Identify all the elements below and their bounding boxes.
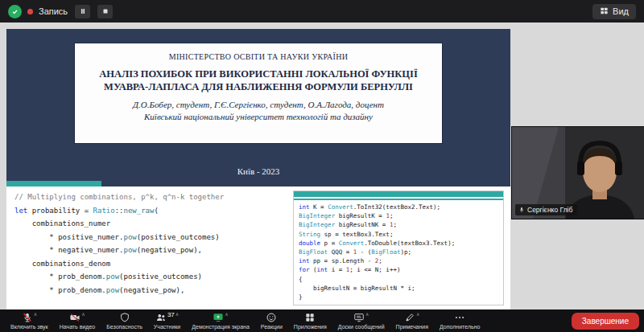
toolbar-button-label: Участники — [154, 324, 180, 330]
toolbar-button-participants[interactable]: 37∧Участники — [148, 309, 186, 332]
code-left-panel: // Multiplying combinations, p^k, q^n-k … — [14, 191, 224, 297]
toolbar-button-label: Включить звук — [10, 324, 48, 330]
toolbar-button-share-screen[interactable]: ∧Демонстрация экрана — [186, 309, 255, 332]
mic-icon — [518, 207, 525, 213]
toolbar-button-unmute[interactable]: ∧Включить звук — [5, 309, 54, 332]
recording-label: Запись — [39, 6, 68, 16]
chevron-up-icon[interactable]: ∧ — [81, 312, 85, 318]
end-meeting-button[interactable]: Завершение — [572, 313, 639, 330]
zoom-meeting-window: Запись Вид МІНІСТЕРСТВО ОСВІТИ ТА НАУКИ … — [0, 0, 644, 332]
view-label: Вид — [613, 6, 629, 16]
toolbar-button-label: Примечания — [396, 324, 428, 330]
toolbar-button-label: Реакции — [261, 324, 283, 330]
toolbar-button-start-video[interactable]: ∧Начать видео — [54, 309, 101, 332]
toolbar-button-whiteboards[interactable]: ∧Доски сообщений — [332, 309, 390, 332]
toolbar-button-label: Приложения — [294, 324, 327, 330]
participant-name-tag: Сергієнко Гліб — [515, 204, 577, 215]
security-shield-icon[interactable] — [8, 5, 22, 18]
chevron-up-icon[interactable]: ∧ — [34, 312, 37, 318]
camera-muted-icon — [69, 312, 80, 323]
reactions-icon — [266, 312, 277, 323]
participants-count-badge: 37 — [167, 312, 175, 318]
chevron-up-icon[interactable]: ∧ — [175, 312, 179, 318]
toolbar-button-security[interactable]: Безопасность — [101, 309, 148, 332]
view-button[interactable]: Вид — [592, 4, 636, 19]
participant-video-tile[interactable]: Сергієнко Гліб — [512, 127, 644, 219]
slide-accent-bar — [6, 181, 101, 186]
toolbar-button-reactions[interactable]: Реакции — [255, 309, 288, 332]
chevron-up-icon[interactable]: ∧ — [365, 312, 369, 318]
more-icon — [454, 312, 465, 323]
toolbar-button-more[interactable]: Дополнительно — [434, 309, 485, 332]
toolbar-button-apps[interactable]: Приложения — [288, 309, 332, 332]
toolbar-button-label: Начать видео — [60, 324, 95, 330]
code-panel-accent-band — [294, 191, 503, 197]
slide-authors: Д.О.Бобер, студент, Г.Є.Сергієнко, студе… — [133, 100, 384, 109]
slide-university: Київський національний університет техно… — [144, 112, 373, 121]
participant-name: Сергієнко Гліб — [527, 206, 572, 214]
slide-ministry-line: МІНІСТЕРСТВО ОСВІТИ ТА НАУКИ УКРАЇНИ — [169, 52, 349, 61]
presentation-slide: МІНІСТЕРСТВО ОСВІТИ ТА НАУКИ УКРАЇНИ АНА… — [6, 29, 510, 186]
code-section: // Multiplying combinations, p^k, q^n-k … — [6, 186, 510, 309]
toolbar-button-label: Дополнительно — [440, 324, 480, 330]
share-screen-icon — [213, 312, 224, 323]
toolbar-button-notes[interactable]: ∧Примечания — [390, 309, 434, 332]
shared-screen-view: МІНІСТЕРСТВО ОСВІТИ ТА НАУКИ УКРАЇНИ АНА… — [0, 23, 644, 309]
view-grid-icon — [600, 6, 609, 17]
chevron-up-icon[interactable]: ∧ — [416, 312, 419, 318]
code-right-panel: int K = Convert.ToInt32(textBox2.Text);B… — [293, 191, 504, 305]
shield-icon — [119, 312, 130, 323]
recording-dot-icon — [27, 9, 33, 14]
mic-muted-icon — [22, 312, 33, 323]
toolbar-button-label: Доски сообщений — [338, 324, 385, 330]
bottom-toolbar: ∧Включить звук∧Начать видеоБезопасность3… — [0, 309, 644, 332]
slide-footer: Київ - 2023 — [6, 166, 510, 176]
top-bar: Запись Вид — [0, 0, 644, 23]
toolbar-button-label: Демонстрация экрана — [192, 324, 250, 330]
slide-title: АНАЛІЗ ПОХИБОК ПРИ ВИКОРИСТАННІ ЛОКАЛЬНО… — [99, 68, 418, 93]
whiteboard-icon — [353, 312, 365, 323]
pause-recording-button[interactable] — [75, 5, 90, 18]
toolbar-button-label: Безопасность — [106, 324, 142, 330]
chevron-up-icon[interactable]: ∧ — [225, 312, 228, 318]
notes-icon — [404, 312, 415, 323]
stop-recording-button[interactable] — [97, 5, 113, 18]
slide-title-box: МІНІСТЕРСТВО ОСВІТИ ТА НАУКИ УКРАЇНИ АНА… — [74, 43, 443, 144]
participants-icon — [155, 312, 167, 323]
apps-icon — [304, 312, 316, 323]
